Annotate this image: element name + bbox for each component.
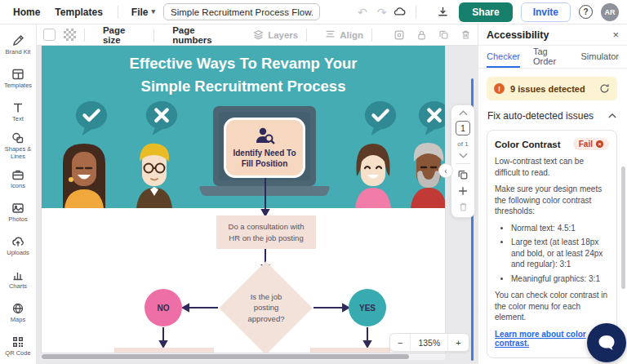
layers-icon (253, 29, 264, 40)
cross-bubble-icon[interactable] (145, 100, 179, 137)
briefcase-icon (11, 168, 24, 181)
share-button[interactable]: Share (459, 2, 512, 22)
layers-button[interactable]: Layers (253, 29, 298, 40)
page-number-box[interactable]: 1 (456, 121, 470, 135)
sidebar-item-maps[interactable]: Maps (0, 296, 37, 330)
sidebar-item-icons[interactable]: Icons (0, 162, 37, 196)
fix-issues-accordion[interactable]: Fix auto-detected issues (487, 110, 616, 122)
threshold-item: Normal text: 4.5:1 (511, 223, 609, 234)
sidebar-item-shapes-lines[interactable]: Shapes & Lines (0, 129, 37, 162)
flow-decision-label[interactable]: Is the job posting approved? (229, 291, 303, 324)
download-icon[interactable] (434, 4, 451, 20)
horizontal-scrollbar[interactable] (42, 353, 445, 360)
chart-icon (11, 269, 24, 282)
cross-bubble-icon[interactable] (417, 100, 445, 137)
panel-scrollbar-thumb[interactable] (621, 166, 625, 289)
horizontal-scrollbar-thumb[interactable] (42, 354, 409, 359)
sidebar-item-label: Maps (11, 317, 25, 323)
sidebar-item-text[interactable]: Text (0, 95, 37, 129)
flow-no-node[interactable]: NO (145, 289, 182, 326)
sidebar-item-label: Photos (8, 216, 27, 223)
context-toolbar: Page size Page numbers Layers Align (37, 24, 478, 46)
avatar-woman-dark-hair[interactable] (53, 137, 115, 208)
zoom-level[interactable]: 135% (410, 334, 448, 351)
tab-checker[interactable]: Checker (487, 46, 520, 68)
check-bubble-icon[interactable] (74, 100, 109, 137)
issues-detected-banner: ! 9 issues detected (487, 77, 617, 100)
align-button[interactable]: Align (325, 29, 363, 40)
user-avatar[interactable]: AR (601, 3, 619, 21)
page-down-icon[interactable] (459, 153, 468, 158)
page-up-icon[interactable] (459, 110, 468, 116)
nav-templates[interactable]: Templates (55, 7, 102, 18)
tab-tag-order[interactable]: Tag Order (533, 46, 568, 68)
refresh-icon[interactable] (599, 83, 610, 94)
close-icon[interactable]: × (612, 29, 619, 40)
check-bubble-icon[interactable] (363, 100, 398, 137)
sidebar-item-uploads[interactable]: Uploads (0, 229, 37, 263)
file-menu[interactable]: File▾ (131, 7, 155, 18)
flow-yes-node[interactable]: YES (349, 289, 386, 326)
design-page[interactable]: Effective Ways To Revamp Your Simple Rec… (42, 46, 445, 353)
fail-circle-icon: × (596, 140, 603, 148)
redo-icon[interactable]: ↷ (377, 6, 387, 19)
top-bar: Home Templates File▾ ↶ ↷ Share Invite ? … (0, 0, 627, 24)
chat-widget-button[interactable] (587, 323, 626, 362)
sidebar-item-templates[interactable]: Templates (0, 62, 37, 95)
panel-title: Accessibility (487, 29, 549, 41)
duplicate-page-icon[interactable] (457, 169, 469, 180)
page-numbers-button[interactable]: Page numbers (172, 25, 237, 45)
sidebar-item-qr-code[interactable]: QR Code (0, 330, 37, 363)
sidebar-item-brand-kit[interactable]: Brand Kit (0, 29, 37, 62)
flow-start-node[interactable]: Identify Need To Fill Position (224, 118, 305, 178)
tab-simulator[interactable]: Simulator (581, 46, 619, 68)
nav-home[interactable]: Home (13, 7, 40, 18)
photo-icon (11, 202, 24, 215)
flow-next-step-partial[interactable] (310, 348, 390, 353)
flow-consult-node[interactable]: Do a consultation with HR on the job pos… (216, 215, 316, 249)
page-size-button[interactable]: Page size (103, 25, 145, 45)
design-title-text[interactable]: Effective Ways To Revamp Your Simple Rec… (42, 52, 445, 98)
position-icon[interactable] (394, 29, 405, 41)
lock-icon[interactable] (416, 29, 427, 41)
undo-icon[interactable]: ↶ (358, 6, 367, 19)
duplicate-icon[interactable] (438, 29, 449, 40)
avatar-man-blond-glasses[interactable] (123, 137, 185, 208)
sidebar-item-label: Brand Kit (6, 49, 31, 55)
pen-icon (11, 34, 24, 47)
panel-body: ! 9 issues detected Fix auto-detected is… (478, 69, 627, 364)
collapse-panel-button[interactable]: ‹ (438, 163, 453, 178)
background-color-swatch[interactable] (43, 29, 56, 41)
chevron-down-icon: ▾ (151, 8, 155, 16)
issues-count-text: 9 issues detected (510, 84, 594, 94)
invite-button[interactable]: Invite (521, 2, 571, 22)
add-page-icon[interactable] (457, 185, 469, 197)
sidebar-item-label: Shapes & Lines (5, 146, 32, 160)
page-controls: 1 of 1 (451, 104, 475, 218)
transparency-swatch[interactable] (64, 29, 76, 41)
alert-icon: ! (494, 83, 505, 94)
chevron-up-icon (608, 113, 616, 118)
sidebar-item-label: Charts (9, 283, 27, 290)
templates-icon (11, 68, 24, 81)
sidebar-item-label: QR Code (5, 350, 30, 357)
avatar-woman-bob[interactable] (342, 137, 404, 208)
avatar-man-gray-beard[interactable] (398, 137, 445, 208)
help-button[interactable]: ? (579, 5, 593, 19)
zoom-out-button[interactable]: − (390, 334, 410, 351)
sidebar-item-charts[interactable]: Charts (0, 263, 37, 296)
delete-page-icon[interactable] (458, 202, 469, 212)
contrast-thresholds-intro: Make sure your design meets the followin… (495, 184, 609, 217)
divider (371, 29, 372, 42)
divider (416, 6, 416, 19)
upload-cloud-icon (11, 235, 24, 248)
trash-icon[interactable] (460, 29, 471, 40)
fail-badge: Fail × (573, 138, 609, 150)
zoom-in-button[interactable]: + (448, 334, 468, 351)
document-title-input[interactable] (163, 3, 320, 20)
panel-tabs: Checker Tag Order Simulator (478, 46, 627, 69)
contrast-card-title: Color Contrast (495, 140, 561, 149)
flow-next-step-partial[interactable] (114, 348, 214, 353)
sidebar-item-photos[interactable]: Photos (0, 196, 37, 229)
cloud-sync-icon[interactable] (391, 4, 407, 20)
